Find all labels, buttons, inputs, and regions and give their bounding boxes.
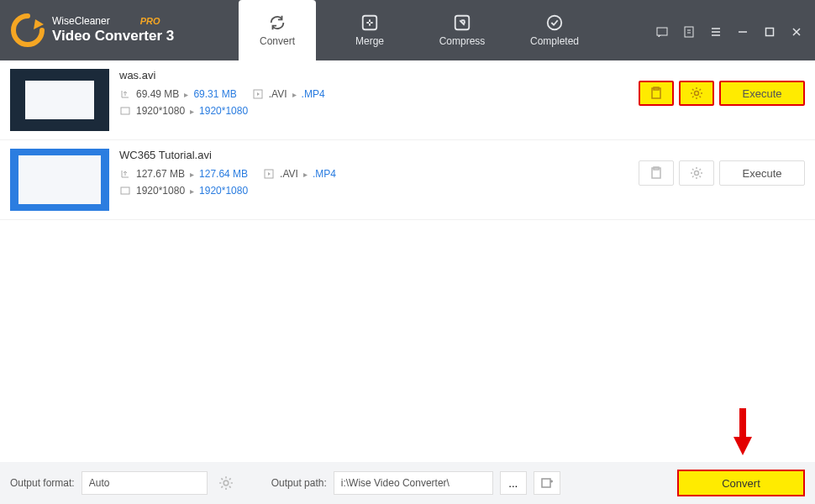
task-icon[interactable] [679,24,699,40]
svg-rect-0 [363,16,377,30]
size-out: 127.64 MB [199,168,248,180]
close-icon[interactable] [786,24,807,40]
svg-point-2 [548,16,562,30]
arrow-icon: ▸ [184,90,188,99]
arrow-icon: ▸ [190,107,194,116]
main-tabs: Convert Merge Compress Completed [239,0,593,60]
format-icon [263,168,275,180]
settings-button[interactable] [679,81,714,106]
clipboard-button[interactable] [639,160,674,186]
tab-merge[interactable]: Merge [331,0,408,60]
minimize-icon[interactable] [733,24,753,40]
size-out: 69.31 MB [193,88,236,100]
format-icon [252,88,264,100]
arrow-icon: ▸ [303,170,308,179]
compress-icon [453,13,471,32]
svg-point-17 [223,480,229,486]
tab-convert[interactable]: Convert [239,0,316,60]
convert-button[interactable]: Convert [677,470,805,496]
svg-rect-12 [121,187,129,194]
output-path-label: Output path: [271,477,327,489]
filename: was.avi [119,69,628,81]
output-format-label: Output format: [10,477,75,489]
tab-completed[interactable]: Completed [516,0,593,60]
clipboard-button[interactable] [639,81,674,106]
video-thumbnail[interactable] [10,149,109,211]
res-out: 1920*1080 [199,105,248,117]
arrow-icon: ▸ [292,90,297,99]
tab-compress[interactable]: Compress [423,0,501,60]
file-item: WC365 Tutorial.avi 127.67 MB ▸ 127.64 MB… [0,140,815,220]
video-thumbnail[interactable] [10,69,109,131]
res-in: 1920*1080 [136,105,185,117]
feedback-icon[interactable] [652,24,672,40]
menu-icon[interactable] [706,24,726,40]
fmt-out: .MP4 [313,168,336,180]
file-list: was.avi 69.49 MB ▸ 69.31 MB .AVI ▸ .MP4 … [0,60,815,462]
arrow-icon: ▸ [190,170,194,179]
refresh-icon [268,13,287,32]
tab-compress-label: Compress [439,35,486,47]
browse-button[interactable]: ... [500,471,527,495]
res-in: 1920*1080 [136,185,185,197]
tab-merge-label: Merge [355,35,384,47]
titlebar: WiseCleanerPRO Video Converter 3 Convert… [0,0,815,60]
arrow-icon: ▸ [190,186,194,196]
app-logo-area: WiseCleanerPRO Video Converter 3 [10,13,239,48]
fmt-in: .AVI [269,88,287,100]
filename: WC365 Tutorial.avi [119,149,628,161]
execute-button[interactable]: Execute [719,81,805,106]
window-controls [652,20,807,40]
footer-bar: Output format: Output path: ... Convert [0,462,815,504]
res-out: 1920*1080 [199,185,248,197]
output-format-input[interactable] [82,471,208,495]
merge-icon [360,13,379,32]
fmt-out: .MP4 [302,88,325,100]
check-circle-icon [545,13,564,32]
svg-rect-18 [542,479,550,487]
output-path-input[interactable] [334,471,493,495]
size-icon [119,168,131,180]
svg-rect-5 [766,29,774,36]
size-icon [119,88,131,100]
svg-point-15 [695,171,699,176]
maximize-icon[interactable] [760,24,780,40]
svg-rect-7 [121,108,129,114]
resolution-icon [119,185,131,197]
fmt-in: .AVI [280,168,298,180]
tab-completed-label: Completed [530,35,579,47]
resolution-icon [119,105,131,117]
settings-button[interactable] [679,160,714,186]
tab-convert-label: Convert [260,35,295,47]
brand-text: WiseCleanerPRO [52,16,174,28]
svg-rect-4 [685,27,693,37]
svg-point-10 [695,92,699,96]
add-file-button[interactable] [534,471,560,495]
app-logo-icon [10,13,45,48]
svg-rect-3 [657,28,667,35]
size-in: 127.67 MB [136,168,185,180]
format-settings-button[interactable] [214,471,238,495]
size-in: 69.49 MB [136,88,179,100]
app-title: Video Converter 3 [52,28,174,45]
execute-button[interactable]: Execute [719,160,805,186]
file-item: was.avi 69.49 MB ▸ 69.31 MB .AVI ▸ .MP4 … [0,60,815,140]
